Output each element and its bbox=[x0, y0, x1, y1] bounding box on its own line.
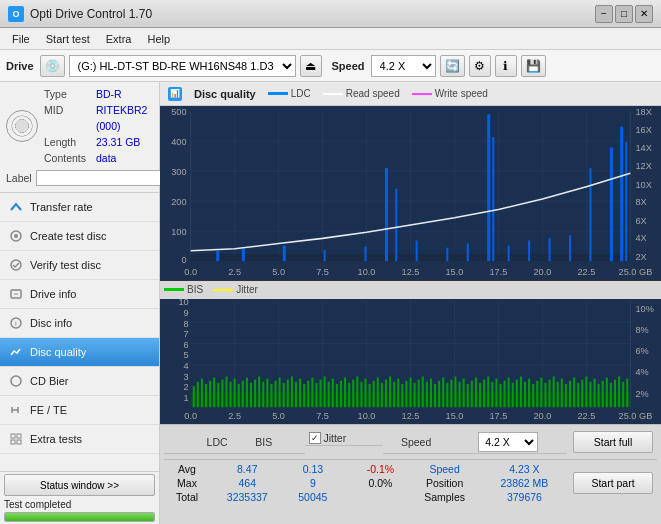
nav-extra-tests-label: Extra tests bbox=[30, 433, 82, 445]
disc-label-input[interactable] bbox=[36, 170, 165, 186]
settings-button[interactable]: ⚙ bbox=[469, 55, 491, 77]
progress-bar-container bbox=[4, 512, 155, 522]
svg-text:200: 200 bbox=[171, 197, 186, 207]
svg-rect-127 bbox=[340, 380, 342, 407]
svg-text:25.0 GB: 25.0 GB bbox=[619, 267, 653, 277]
nav-drive-info[interactable]: Drive info bbox=[0, 280, 159, 309]
legend-ldc: LDC bbox=[268, 88, 311, 99]
svg-rect-161 bbox=[479, 383, 481, 407]
svg-rect-131 bbox=[356, 376, 358, 407]
svg-text:4X: 4X bbox=[635, 233, 646, 243]
svg-text:5.0: 5.0 bbox=[272, 267, 285, 277]
total-row: Total 3235337 50045 Samples 379676 bbox=[164, 490, 567, 504]
fe-te-icon bbox=[8, 402, 24, 418]
svg-text:2: 2 bbox=[184, 382, 189, 392]
total-label: Total bbox=[164, 490, 210, 504]
col-empty bbox=[164, 431, 192, 454]
position-value: 23862 MB bbox=[482, 476, 567, 490]
svg-rect-10 bbox=[11, 440, 15, 444]
svg-rect-120 bbox=[311, 377, 313, 407]
app-title: Opti Drive Control 1.70 bbox=[30, 7, 595, 21]
svg-rect-183 bbox=[569, 380, 571, 407]
nav-fe-te[interactable]: FE / TE bbox=[0, 396, 159, 425]
svg-rect-30 bbox=[242, 249, 245, 261]
close-button[interactable]: ✕ bbox=[635, 5, 653, 23]
disc-mid-label: MID bbox=[44, 102, 96, 134]
svg-rect-110 bbox=[270, 384, 272, 407]
svg-text:8: 8 bbox=[184, 318, 189, 328]
legend-read-speed: Read speed bbox=[323, 88, 400, 99]
maximize-button[interactable]: □ bbox=[615, 5, 633, 23]
svg-rect-146 bbox=[418, 379, 420, 407]
jitter-checkbox[interactable]: ✓ bbox=[309, 432, 321, 444]
svg-rect-103 bbox=[242, 380, 244, 407]
nav-disc-quality-label: Disc quality bbox=[30, 346, 86, 358]
nav-extra-tests[interactable]: Extra tests bbox=[0, 425, 159, 454]
nav-create-test-disc[interactable]: Create test disc bbox=[0, 222, 159, 251]
disc-panel: Type BD-R MID RITEKBR2 (000) Length 23.3… bbox=[0, 82, 159, 193]
total-spacer bbox=[341, 490, 353, 504]
menu-extra[interactable]: Extra bbox=[98, 31, 140, 47]
start-part-button[interactable]: Start part bbox=[573, 472, 653, 494]
lower-chart-svg: 10 9 8 7 6 5 4 3 2 1 10% 8% 6% 4% 2% bbox=[160, 299, 661, 424]
status-window-btn[interactable]: Status window >> bbox=[4, 474, 155, 496]
nav-disc-quality[interactable]: Disc quality bbox=[0, 338, 159, 367]
svg-rect-39 bbox=[487, 114, 490, 261]
disc-contents-label: Contents bbox=[44, 150, 96, 166]
stats-speed-select[interactable]: 4.2 X Max bbox=[478, 432, 538, 452]
speed-select[interactable]: 4.2 X Max 8X 16X bbox=[371, 55, 436, 77]
svg-rect-177 bbox=[544, 383, 546, 407]
menu-help[interactable]: Help bbox=[139, 31, 178, 47]
nav-transfer-rate[interactable]: Transfer rate bbox=[0, 193, 159, 222]
minimize-button[interactable]: − bbox=[595, 5, 613, 23]
svg-rect-142 bbox=[401, 384, 403, 407]
svg-text:18X: 18X bbox=[635, 107, 651, 117]
svg-rect-137 bbox=[381, 383, 383, 407]
eject-button[interactable]: ⏏ bbox=[300, 55, 322, 77]
svg-rect-173 bbox=[528, 378, 530, 407]
max-ldc: 464 bbox=[210, 476, 285, 490]
svg-rect-124 bbox=[328, 382, 330, 407]
svg-rect-182 bbox=[565, 384, 567, 407]
legend-jitter-label: Jitter bbox=[236, 284, 258, 295]
refresh-button[interactable]: 🔄 bbox=[440, 55, 465, 77]
svg-text:8X: 8X bbox=[635, 197, 646, 207]
svg-rect-193 bbox=[610, 383, 612, 407]
drive-select[interactable]: (G:) HL-DT-ST BD-RE WH16NS48 1.D3 bbox=[69, 55, 296, 77]
max-bis: 9 bbox=[285, 476, 342, 490]
drive-icon-btn[interactable]: 💿 bbox=[40, 55, 65, 77]
nav-verify-test-disc[interactable]: Verify test disc bbox=[0, 251, 159, 280]
title-bar: O Opti Drive Control 1.70 − □ ✕ bbox=[0, 0, 661, 28]
save-button[interactable]: 💾 bbox=[521, 55, 546, 77]
chart-header-icon: 📊 bbox=[168, 87, 182, 101]
nav-verify-test-disc-label: Verify test disc bbox=[30, 259, 101, 271]
svg-rect-187 bbox=[585, 376, 587, 407]
menu-start-test[interactable]: Start test bbox=[38, 31, 98, 47]
info-button[interactable]: ℹ bbox=[495, 55, 517, 77]
avg-label: Avg bbox=[164, 462, 210, 476]
svg-rect-147 bbox=[422, 376, 424, 407]
disc-length-label: Length bbox=[44, 134, 96, 150]
svg-rect-190 bbox=[598, 384, 600, 407]
svg-rect-41 bbox=[508, 246, 510, 262]
samples-value: 379676 bbox=[482, 490, 567, 504]
svg-text:22.5: 22.5 bbox=[577, 411, 595, 421]
svg-rect-184 bbox=[573, 377, 575, 407]
svg-rect-153 bbox=[446, 383, 448, 407]
disc-type-value: BD-R bbox=[96, 86, 122, 102]
start-full-button[interactable]: Start full bbox=[573, 431, 653, 453]
max-jitter: 0.0% bbox=[353, 476, 407, 490]
nav-cd-bier[interactable]: CD Bier bbox=[0, 367, 159, 396]
menu-file[interactable]: File bbox=[4, 31, 38, 47]
svg-rect-156 bbox=[459, 382, 461, 407]
svg-rect-37 bbox=[446, 248, 448, 261]
svg-rect-95 bbox=[209, 380, 211, 407]
nav-disc-info[interactable]: i Disc info bbox=[0, 309, 159, 338]
svg-rect-116 bbox=[295, 382, 297, 407]
svg-rect-117 bbox=[299, 378, 301, 407]
svg-rect-106 bbox=[254, 379, 256, 407]
legend-ldc-color bbox=[268, 92, 288, 95]
disc-mid-value: RITEKBR2 (000) bbox=[96, 102, 153, 134]
avg-speed-value: 4.23 X bbox=[482, 462, 567, 476]
svg-rect-43 bbox=[549, 238, 551, 261]
